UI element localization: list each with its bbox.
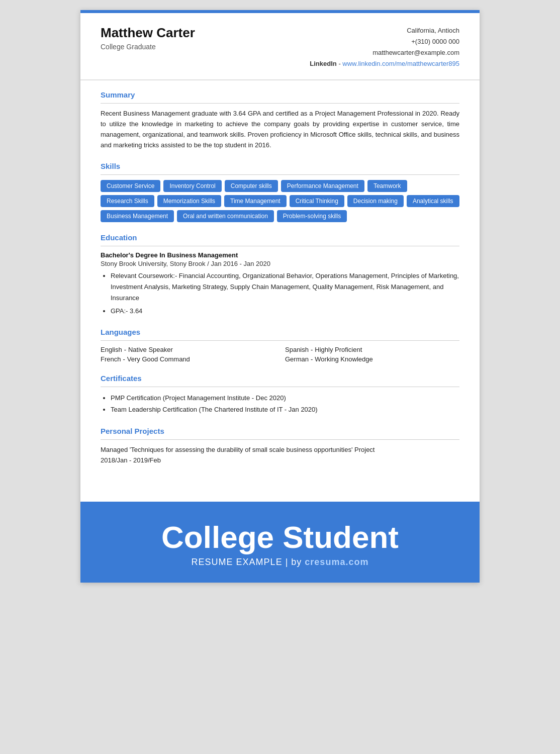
project-text: Managed 'Techniques for assessing the du…: [101, 445, 459, 466]
languages-section: Languages English ‑ Native SpeakerSpanis…: [101, 328, 459, 363]
skill-tag: Oral and written communication: [177, 210, 274, 222]
skills-section: Skills Customer ServiceInventory Control…: [101, 162, 459, 222]
candidate-title: College Graduate: [101, 43, 195, 51]
edu-list: Relevant Coursework:- Financial Accounti…: [101, 270, 459, 317]
edu-school: Stony Brook University, Stony Brook / Ja…: [101, 260, 459, 267]
skill-tag: Inventory Control: [163, 180, 221, 192]
summary-divider: [101, 103, 459, 104]
education-section: Education Bachelor's Degree In Business …: [101, 233, 459, 317]
projects-divider: [101, 439, 459, 440]
skill-tag: Critical Thinking: [290, 195, 344, 207]
cert-item: Team Leadership Certification (The Chart…: [111, 404, 459, 415]
skill-tag: Problem-solving skills: [277, 210, 347, 222]
skill-tag: Business Management: [101, 210, 174, 222]
language-name: German: [285, 355, 309, 363]
footer-banner: College Student RESUME EXAMPLE | by cres…: [80, 502, 480, 583]
projects-section: Personal Projects Managed 'Techniques fo…: [101, 427, 459, 466]
languages-heading: Languages: [101, 328, 459, 336]
certificates-section: Certificates PMP Certification (Project …: [101, 374, 459, 416]
language-level: Very Good Command: [127, 355, 190, 363]
resume-page: Matthew Carter College Graduate Californ…: [80, 10, 480, 583]
skill-tag: Memorization Skills: [157, 195, 221, 207]
footer-brand: cresuma.com: [305, 557, 368, 567]
language-item: English ‑ Native Speaker: [101, 346, 275, 353]
languages-divider: [101, 340, 459, 341]
language-item: Spanish ‑ Highly Proficient: [285, 346, 459, 353]
edu-coursework: Relevant Coursework:- Financial Accounti…: [111, 270, 459, 304]
cert-item: PMP Certification (Project Management In…: [111, 392, 459, 404]
languages-grid: English ‑ Native SpeakerSpanish ‑ Highly…: [101, 346, 459, 363]
language-level: Highly Proficient: [315, 346, 362, 353]
language-level: Working Knowledge: [315, 355, 372, 363]
skill-tag: Teamwork: [367, 180, 407, 192]
skill-tag: Performance Management: [281, 180, 364, 192]
language-level: Native Speaker: [128, 346, 173, 353]
linkedin-link[interactable]: www.linkedin.com/me/matthewcarter895: [342, 60, 459, 67]
education-divider: [101, 246, 459, 246]
edu-gpa: GPA:- 3.64: [111, 306, 459, 317]
skill-tag: Computer skills: [225, 180, 278, 192]
language-name: French: [101, 355, 121, 363]
skill-tag: Research Skills: [101, 195, 154, 207]
skill-tag: Analytical skills: [407, 195, 459, 207]
summary-heading: Summary: [101, 90, 459, 99]
resume-content: Summary Recent Business Management gradu…: [80, 80, 480, 492]
skill-tag: Customer Service: [101, 180, 160, 192]
header-email: matthewcarter@example.com: [310, 47, 459, 58]
header-section: Matthew Carter College Graduate Californ…: [80, 13, 480, 80]
summary-section: Summary Recent Business Management gradu…: [101, 90, 459, 150]
project-date: 2018/Jan - 2019/Feb: [101, 456, 161, 464]
header-linkedin: LinkedIn - www.linkedin.com/me/matthewca…: [310, 58, 459, 69]
skill-tag: Time Management: [224, 195, 287, 207]
header-right: California, Antioch +(310) 0000 000 matt…: [310, 25, 459, 69]
edu-degree: Bachelor's Degree In Business Management: [101, 251, 459, 259]
certificates-divider: [101, 387, 459, 387]
footer-title: College Student: [90, 522, 470, 553]
language-name: Spanish: [285, 346, 309, 353]
footer-subtitle: RESUME EXAMPLE | by cresuma.com: [90, 557, 470, 568]
summary-text: Recent Business Management graduate with…: [101, 109, 459, 150]
skills-grid: Customer ServiceInventory ControlCompute…: [101, 180, 459, 222]
cert-list: PMP Certification (Project Management In…: [101, 392, 459, 416]
skill-tag: Decision making: [347, 195, 404, 207]
project-description: Managed 'Techniques for assessing the du…: [101, 446, 375, 453]
language-item: German ‑ Working Knowledge: [285, 355, 459, 363]
candidate-name: Matthew Carter: [101, 25, 195, 41]
skills-heading: Skills: [101, 162, 459, 170]
linkedin-label: LinkedIn: [310, 60, 336, 67]
education-heading: Education: [101, 233, 459, 242]
language-name: English: [101, 346, 122, 353]
language-item: French ‑ Very Good Command: [101, 355, 275, 363]
header-left: Matthew Carter College Graduate: [101, 25, 195, 51]
skills-divider: [101, 174, 459, 175]
header-location: California, Antioch: [310, 25, 459, 36]
footer-subtitle-text: RESUME EXAMPLE | by: [192, 557, 302, 567]
certificates-heading: Certificates: [101, 374, 459, 383]
projects-heading: Personal Projects: [101, 427, 459, 435]
header-phone: +(310) 0000 000: [310, 36, 459, 47]
